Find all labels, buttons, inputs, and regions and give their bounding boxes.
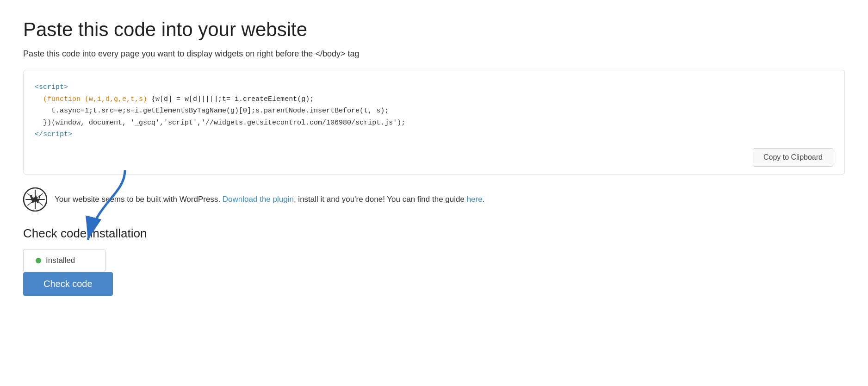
- page-subtitle: Paste this code into every page you want…: [23, 49, 845, 59]
- check-code-buttons-row: Installed Check code: [23, 249, 113, 296]
- code-line-1: <script>: [35, 81, 833, 93]
- wordpress-notice-text: Your website seems to be built with Word…: [55, 195, 484, 204]
- installed-status-button: Installed: [23, 249, 105, 272]
- code-line-5: </script>: [35, 129, 833, 141]
- code-block: <script> (function (w,i,d,g,e,t,s) {w[d]…: [35, 81, 833, 141]
- code-line-3: t.async=1;t.src=e;s=i.getElementsByTagNa…: [35, 105, 833, 117]
- copy-btn-row: Copy to Clipboard: [35, 148, 833, 167]
- code-line-4: })(window, document, '_gscq','script','/…: [35, 117, 833, 129]
- check-code-installation-title: Check code installation: [23, 226, 845, 241]
- wordpress-logo-icon: W: [23, 187, 47, 212]
- code-container: <script> (function (w,i,d,g,e,t,s) {w[d]…: [23, 70, 845, 174]
- installed-status-dot: [36, 258, 41, 263]
- code-line-2: (function (w,i,d,g,e,t,s) {w[d] = w[d]||…: [35, 93, 833, 106]
- copy-to-clipboard-button[interactable]: Copy to Clipboard: [753, 148, 833, 167]
- download-plugin-link[interactable]: Download the plugin: [223, 195, 294, 204]
- installed-label: Installed: [46, 256, 75, 265]
- check-code-section: Check code installation Installed Check …: [23, 226, 845, 296]
- wordpress-notice: W Your website seems to be built with Wo…: [23, 187, 845, 212]
- page-title: Paste this code into your website: [23, 19, 845, 41]
- guide-here-link[interactable]: here: [467, 195, 483, 204]
- check-code-button[interactable]: Check code: [23, 272, 113, 296]
- svg-text:W: W: [29, 192, 41, 205]
